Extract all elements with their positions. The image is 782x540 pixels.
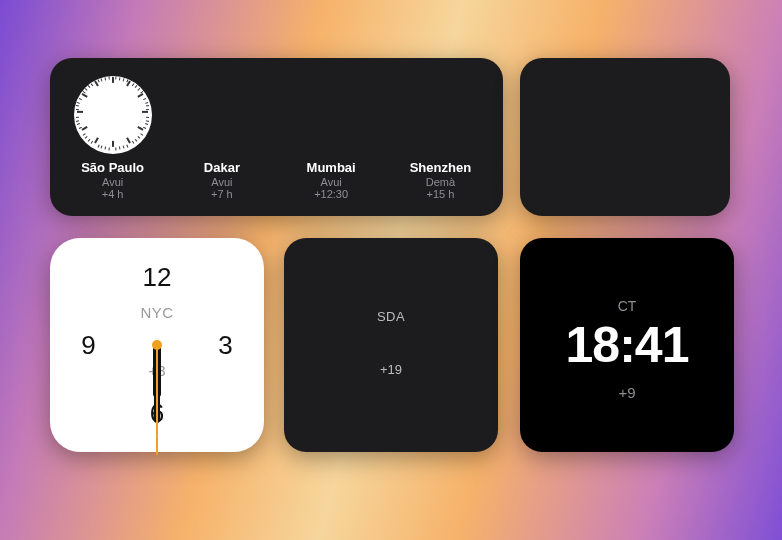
digital-time-value: 18:41	[566, 316, 689, 374]
city-day-label: Avui	[211, 176, 232, 188]
city-offset-label: +12:30	[314, 188, 348, 200]
second-hand-icon	[156, 345, 158, 437]
city-name-label: São Paulo	[81, 160, 144, 175]
analog-clock-icon	[296, 250, 486, 440]
mini-clock-toq	[628, 68, 720, 134]
city-day-label: Demà	[426, 176, 455, 188]
mini-clock-cup	[530, 68, 622, 134]
clock-center-icon	[152, 340, 162, 350]
analog-clock-icon	[74, 76, 152, 154]
city-code-label: CT	[618, 298, 637, 314]
analog-clock-icon	[401, 76, 479, 154]
city-name-label: Shenzhen	[410, 160, 471, 175]
world-clock-quad-widget[interactable]	[520, 58, 730, 216]
city-offset-label: +15 h	[426, 188, 454, 200]
city-clock-widget-digital[interactable]: CT 18:41 +9	[520, 238, 734, 452]
city-clock-shenzhen: Shenzhen Demà +15 h	[386, 76, 495, 200]
city-offset-label: +7 h	[211, 188, 233, 200]
city-offset-label: +9	[618, 384, 635, 401]
city-clock-widget-nyc[interactable]: 12 3 6 9 NYC +3	[50, 238, 264, 452]
city-offset-label: +19	[380, 362, 402, 377]
city-code-label: NYC	[140, 304, 173, 321]
city-clock-widget-sda[interactable]: SDA +19	[284, 238, 498, 452]
world-clock-strip-widget[interactable]: São Paulo Avui +4 h Dakar Avui +7 h Mumb…	[50, 58, 503, 216]
city-offset-label: +4 h	[102, 188, 124, 200]
analog-clock-icon	[183, 76, 261, 154]
city-clock-dakar: Dakar Avui +7 h	[167, 76, 276, 200]
city-clock-sao-paulo: São Paulo Avui +4 h	[58, 76, 167, 200]
city-name-label: Mumbai	[307, 160, 356, 175]
city-code-label: SDA	[377, 309, 405, 324]
city-clock-mumbai: Mumbai Avui +12:30	[277, 76, 386, 200]
city-name-label: Dakar	[204, 160, 240, 175]
analog-clock-icon	[292, 76, 370, 154]
mini-clock-par	[628, 140, 720, 206]
city-day-label: Avui	[321, 176, 342, 188]
mini-clock-syd	[530, 140, 622, 206]
numeral-9: 9	[81, 330, 95, 361]
numeral-12: 12	[143, 261, 172, 292]
city-day-label: Avui	[102, 176, 123, 188]
numeral-3: 3	[218, 330, 232, 361]
